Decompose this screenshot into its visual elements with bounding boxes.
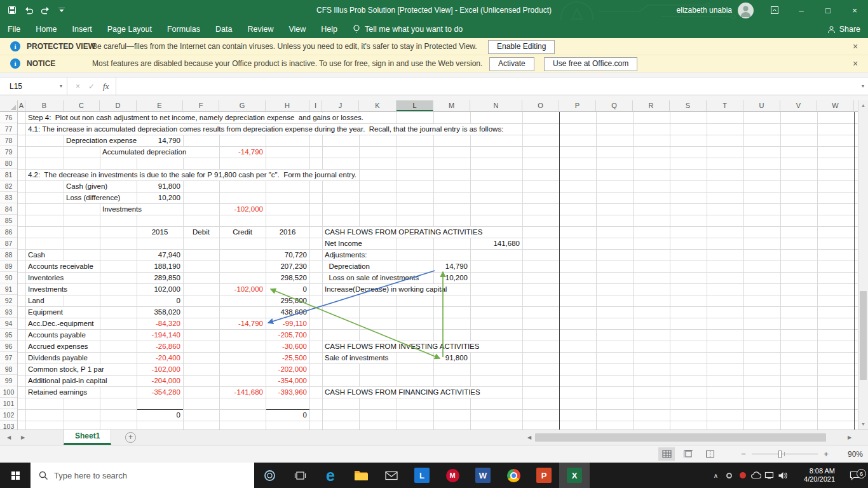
enable-editing-button[interactable]: Enable Editing (488, 40, 555, 54)
use-free-button[interactable]: Use free at Office.com (544, 57, 637, 71)
column-header-G[interactable]: G (219, 100, 266, 111)
cell-B93[interactable]: Equipment (26, 307, 65, 318)
cell-H99[interactable]: -354,000 (266, 376, 307, 386)
scroll-down-icon[interactable]: ▼ (858, 419, 868, 430)
cell-B97[interactable]: Dividends payable (26, 353, 90, 363)
qat-customize-icon[interactable] (53, 0, 70, 20)
cancel-icon[interactable]: × (76, 82, 80, 91)
row-header-88[interactable]: 88 (0, 249, 17, 261)
column-header-J[interactable]: J (322, 100, 359, 111)
column-header-C[interactable]: C (64, 100, 100, 111)
cell-H88[interactable]: 70,720 (266, 250, 307, 261)
cell-B98[interactable]: Common stock, P 1 par (26, 364, 106, 375)
cell-G84[interactable]: -102,000 (220, 204, 263, 215)
cell-E94[interactable]: -84,320 (137, 318, 180, 329)
horizontal-scroll-thumb[interactable] (535, 433, 826, 442)
column-header-H[interactable]: H (266, 100, 309, 111)
row-header-89[interactable]: 89 (0, 261, 17, 272)
zoom-slider-thumb[interactable] (778, 451, 782, 458)
row-header-100[interactable]: 100 (0, 386, 17, 398)
cell-E78[interactable]: 14,790 (137, 135, 180, 146)
row-header-81[interactable]: 81 (0, 169, 17, 180)
taskbar-clock[interactable]: 8:08 AM 4/20/2021 (797, 467, 835, 484)
column-header-K[interactable]: K (359, 100, 397, 111)
cell-N87[interactable]: 141,680 (471, 238, 520, 249)
cell-H100[interactable]: -393,960 (266, 387, 307, 398)
column-header-A[interactable]: A (18, 100, 25, 111)
zoom-level[interactable]: 90% (841, 450, 863, 459)
cell-E92[interactable]: 0 (137, 295, 180, 306)
cell-H102[interactable]: 0 (266, 409, 309, 421)
task-view-button[interactable] (285, 463, 315, 488)
row-header-87[interactable]: 87 (0, 238, 17, 249)
cell-J97[interactable]: Sale of investments (323, 353, 390, 363)
menu-tab-data[interactable]: Data (208, 20, 240, 38)
avatar[interactable] (738, 3, 754, 18)
zoom-slider[interactable] (752, 450, 818, 459)
cell-B90[interactable]: Inventories (26, 273, 65, 283)
cell-M90[interactable]: 10,200 (434, 273, 468, 283)
cell-E83[interactable]: 10,200 (137, 193, 180, 203)
cell-H98[interactable]: -202,000 (266, 364, 307, 375)
tray-status-icon[interactable] (722, 473, 736, 478)
row-header-101[interactable]: 101 (0, 398, 17, 409)
vertical-scrollbar[interactable]: ▲ ▼ (858, 100, 868, 430)
column-header-N[interactable]: N (470, 100, 522, 111)
new-sheet-button[interactable]: + (125, 432, 136, 443)
prev-sheet-icon[interactable]: ◀ (3, 430, 15, 445)
menu-tab-view[interactable]: View (281, 20, 313, 38)
column-header-T[interactable]: T (707, 100, 743, 111)
cell-H93[interactable]: 438,600 (266, 307, 307, 318)
taskbar-app-word[interactable]: W (468, 463, 498, 488)
cell-E89[interactable]: 188,190 (137, 261, 180, 272)
row-header-97[interactable]: 97 (0, 352, 17, 363)
page-break-view-icon[interactable] (702, 447, 718, 461)
menu-tab-file[interactable]: File (0, 20, 28, 38)
cell-B88[interactable]: Cash (26, 250, 47, 261)
undo-icon[interactable] (20, 0, 37, 20)
normal-view-icon[interactable] (658, 447, 675, 461)
cell-H92[interactable]: 295,800 (266, 295, 307, 306)
cell-G100[interactable]: -141,680 (220, 387, 263, 398)
column-header-F[interactable]: F (183, 100, 219, 111)
formula-bar-expand-icon[interactable]: ▾ (862, 83, 864, 89)
close-icon[interactable]: × (850, 38, 860, 55)
row-header-79[interactable]: 79 (0, 146, 17, 158)
taskbar-app-mcafee[interactable]: M (437, 463, 468, 488)
cell-C78[interactable]: Depreciation expense (64, 135, 139, 146)
column-header-W[interactable]: W (817, 100, 854, 111)
cell-M89[interactable]: 14,790 (434, 261, 468, 272)
hidden-icons-chevron-icon[interactable]: ∧ (709, 472, 722, 479)
cell-B95[interactable]: Accounts payable (26, 330, 88, 341)
column-header-Q[interactable]: Q (596, 100, 633, 111)
row-header-98[interactable]: 98 (0, 363, 17, 375)
cell-J100[interactable]: CASH FLOWS FROM FINANCING ACTIVITIES (323, 387, 482, 398)
column-header-L[interactable]: L (397, 100, 433, 111)
menu-tab-help[interactable]: Help (313, 20, 345, 38)
taskbar-app-chrome[interactable] (498, 463, 529, 488)
cell-E100[interactable]: -354,280 (137, 387, 180, 398)
menu-tab-home[interactable]: Home (28, 20, 64, 38)
zoom-out-icon[interactable]: − (740, 449, 747, 459)
enter-check-icon[interactable]: ✓ (88, 82, 95, 91)
cell-M97[interactable]: 91,800 (434, 353, 468, 363)
cell-J87[interactable]: Net Income (323, 238, 364, 249)
cell-E93[interactable]: 358,020 (137, 307, 180, 318)
zoom-in-icon[interactable]: + (822, 449, 830, 459)
row-header-84[interactable]: 84 (0, 203, 17, 215)
minimize-button[interactable]: – (788, 0, 815, 20)
save-icon[interactable] (4, 0, 20, 20)
column-header-M[interactable]: M (433, 100, 470, 111)
share-button[interactable]: Share (827, 25, 860, 34)
cell-B100[interactable]: Retained earnings (26, 387, 89, 398)
menu-tab-insert[interactable]: Insert (65, 20, 100, 38)
cell-B96[interactable]: Accrued expenses (26, 341, 90, 352)
row-header-99[interactable]: 99 (0, 375, 17, 386)
row-header-95[interactable]: 95 (0, 329, 17, 341)
cell-H97[interactable]: -25,500 (266, 353, 307, 363)
cell-G79[interactable]: -14,790 (220, 147, 263, 158)
speaker-icon[interactable] (776, 471, 789, 480)
row-header-80[interactable]: 80 (0, 158, 17, 169)
column-header-U[interactable]: U (743, 100, 780, 111)
column-header-R[interactable]: R (633, 100, 670, 111)
